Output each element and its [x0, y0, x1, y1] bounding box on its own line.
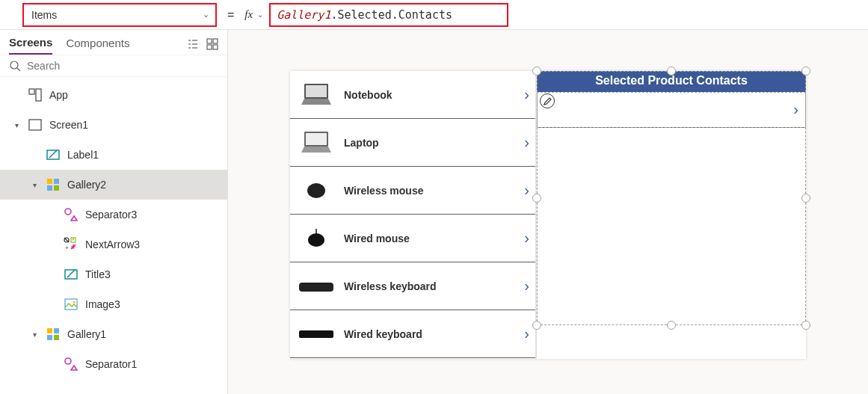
fx-dropdown[interactable]: fx ⌄ [244, 8, 263, 21]
chevron-right-icon[interactable]: › [793, 101, 798, 118]
product-image-keyboard [296, 271, 336, 301]
svg-marker-39 [301, 99, 331, 105]
product-image-keyboard [296, 319, 336, 349]
caret-down-icon: ▾ [30, 181, 39, 189]
svg-point-43 [307, 183, 325, 198]
gallery2-header: Selected Product Contacts [537, 71, 806, 92]
product-title: Wireless mouse [344, 185, 524, 197]
tree-item-nextarrow3[interactable]: + NextArrow3 [0, 230, 227, 259]
tree-item-separator3[interactable]: Separator3 [0, 200, 227, 230]
tree-item-gallery2[interactable]: ▾ Gallery2 [0, 170, 227, 200]
svg-rect-17 [47, 179, 52, 184]
svg-rect-9 [213, 45, 218, 49]
caret-down-icon: ▾ [30, 330, 39, 339]
svg-rect-20 [54, 185, 59, 191]
svg-rect-15 [47, 150, 59, 159]
tree-label: Image3 [85, 298, 120, 310]
svg-rect-8 [207, 45, 212, 49]
chevron-right-icon[interactable]: › [524, 134, 529, 151]
list-item[interactable]: Wired mouse › [290, 215, 535, 262]
svg-rect-46 [299, 283, 333, 292]
product-image-mouse [296, 176, 336, 206]
tree-item-screen1[interactable]: ▾ Screen1 [0, 110, 227, 140]
tree-tabs: Screens Components [0, 30, 227, 55]
product-image-laptop [296, 128, 336, 158]
tree-item-label1[interactable]: Label1 [0, 140, 227, 170]
svg-rect-13 [36, 89, 41, 101]
svg-rect-38 [306, 85, 327, 97]
tab-components[interactable]: Components [66, 37, 129, 54]
resize-handle[interactable] [667, 321, 676, 330]
list-item[interactable]: Notebook › [290, 71, 535, 119]
gallery2[interactable]: › [537, 92, 806, 128]
product-title: Laptop [344, 137, 524, 149]
list-item[interactable]: › [537, 92, 806, 128]
list-item[interactable]: Wired keyboard › [290, 310, 535, 358]
chevron-right-icon[interactable]: › [524, 277, 529, 295]
product-title: Wired keyboard [344, 328, 524, 340]
separator-icon [63, 356, 79, 372]
tab-screens[interactable]: Screens [9, 36, 52, 55]
tree-label: App [49, 89, 68, 101]
svg-rect-7 [213, 39, 218, 43]
chevron-right-icon[interactable]: › [524, 86, 529, 103]
svg-rect-14 [29, 120, 41, 130]
chevron-right-icon[interactable]: › [524, 230, 529, 247]
gallery1[interactable]: Notebook › Laptop › Wireless mouse › [290, 71, 537, 359]
gallery2-wrap: Selected Product Contacts › [537, 71, 806, 359]
tree-label: Separator3 [85, 209, 137, 221]
svg-text:+: + [65, 244, 69, 251]
tree-item-app[interactable]: App [0, 80, 227, 110]
tree-label: Label1 [67, 149, 99, 161]
separator-icon [63, 206, 79, 223]
svg-point-10 [10, 61, 18, 69]
tree-item-title3[interactable]: Title3 [0, 259, 227, 289]
edit-template-button[interactable] [540, 93, 555, 108]
canvas[interactable]: Notebook › Laptop › Wireless mouse › [228, 30, 868, 394]
app-screen: Notebook › Laptop › Wireless mouse › [290, 71, 806, 359]
svg-rect-34 [54, 335, 59, 340]
svg-point-35 [65, 358, 71, 364]
tree-item-image3[interactable]: Image3 [0, 289, 227, 319]
resize-handle[interactable] [801, 321, 810, 330]
svg-marker-36 [71, 366, 77, 370]
product-title: Notebook [344, 89, 524, 101]
svg-line-16 [49, 150, 57, 158]
tree-panel: Screens Components App [0, 30, 228, 394]
product-image-mouse [296, 224, 336, 253]
list-item[interactable]: Wireless keyboard › [290, 262, 535, 310]
property-selector[interactable]: Items ⌄ [22, 3, 217, 27]
tree-item-separator1[interactable]: Separator1 [0, 349, 227, 379]
tree: App ▾ Screen1 Label1 ▾ [0, 77, 227, 379]
tree-label: Separator1 [85, 358, 137, 370]
svg-point-21 [65, 209, 71, 215]
list-item[interactable]: Laptop › [290, 119, 535, 167]
chevron-down-icon: ⌄ [257, 10, 263, 19]
list-item[interactable]: Wireless mouse › [290, 167, 535, 215]
gallery-icon [45, 326, 61, 342]
product-title: Wireless keyboard [344, 280, 524, 292]
svg-rect-25 [71, 238, 76, 242]
chevron-right-icon[interactable]: › [524, 182, 529, 199]
svg-rect-33 [47, 335, 52, 340]
svg-point-44 [308, 233, 324, 247]
formula-input[interactable]: Gallery1.Selected.Contacts [269, 3, 508, 27]
resize-handle[interactable] [801, 194, 810, 203]
svg-line-28 [67, 270, 75, 277]
search-input[interactable] [27, 60, 218, 72]
tree-view-grid-icon[interactable] [206, 38, 218, 52]
svg-line-11 [17, 68, 20, 71]
svg-marker-22 [71, 216, 77, 221]
tree-label: Screen1 [49, 119, 88, 131]
tree-view-list-icon[interactable] [187, 38, 199, 52]
screen-icon [27, 117, 43, 133]
formula-bar: Items ⌄ = fx ⌄ Gallery1.Selected.Contact… [0, 0, 868, 30]
svg-rect-32 [54, 328, 59, 333]
product-title: Wired mouse [344, 233, 524, 244]
svg-rect-12 [29, 89, 34, 94]
formula-token-identifier: Gallery1 [277, 8, 330, 22]
caret-down-icon: ▾ [12, 121, 21, 129]
tree-item-gallery1[interactable]: ▾ Gallery1 [0, 319, 227, 349]
svg-point-30 [73, 301, 76, 304]
chevron-right-icon[interactable]: › [524, 325, 529, 342]
